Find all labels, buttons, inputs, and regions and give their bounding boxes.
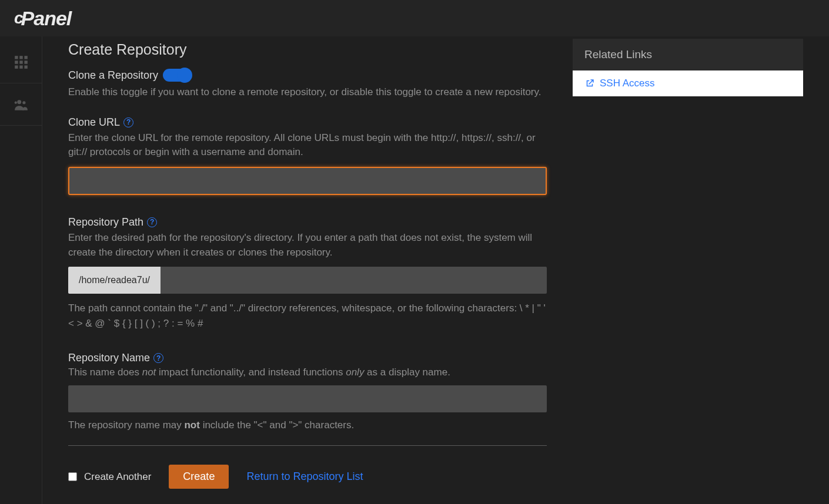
repo-path-prefix: /home/readea7u/ bbox=[68, 267, 161, 294]
svg-rect-5 bbox=[24, 61, 27, 63]
svg-rect-6 bbox=[15, 65, 18, 68]
repo-name-input[interactable] bbox=[68, 385, 547, 412]
repo-name-below: The repository name may not include the … bbox=[68, 419, 547, 431]
help-icon[interactable]: ? bbox=[123, 117, 133, 127]
clone-url-help: Enter the clone URL for the remote repos… bbox=[68, 131, 547, 160]
create-button[interactable]: Create bbox=[169, 465, 229, 489]
svg-rect-1 bbox=[19, 56, 22, 59]
external-link-icon bbox=[584, 78, 595, 89]
related-links-panel: Related Links SSH Access bbox=[573, 39, 803, 96]
clone-toggle-label: Clone a Repository bbox=[68, 69, 158, 82]
top-header: cPanel bbox=[0, 0, 829, 36]
repo-path-label: Repository Path bbox=[68, 216, 143, 229]
svg-point-11 bbox=[14, 101, 16, 103]
help-icon[interactable]: ? bbox=[147, 217, 157, 227]
svg-rect-8 bbox=[24, 65, 27, 68]
help-icon[interactable]: ? bbox=[153, 353, 163, 363]
svg-rect-4 bbox=[19, 61, 22, 63]
svg-rect-2 bbox=[24, 56, 27, 59]
ssh-access-link[interactable]: SSH Access bbox=[573, 70, 803, 96]
divider bbox=[68, 445, 547, 446]
repo-name-help: This name does not impact functionality,… bbox=[68, 367, 547, 378]
create-another-checkbox[interactable] bbox=[68, 472, 77, 481]
repo-path-group: /home/readea7u/ bbox=[68, 267, 547, 294]
svg-point-10 bbox=[22, 101, 25, 104]
return-link[interactable]: Return to Repository List bbox=[246, 471, 363, 483]
repo-path-below: The path cannot contain the "./" and "..… bbox=[68, 301, 547, 331]
clone-url-input[interactable] bbox=[68, 167, 547, 195]
left-nav bbox=[0, 36, 42, 504]
svg-rect-3 bbox=[15, 61, 18, 63]
repo-name-label: Repository Name bbox=[68, 352, 150, 364]
clone-toggle[interactable] bbox=[163, 69, 191, 82]
brand-logo: cPanel bbox=[14, 7, 71, 30]
svg-rect-7 bbox=[19, 65, 22, 68]
ssh-access-text: SSH Access bbox=[600, 78, 655, 89]
clone-url-label: Clone URL bbox=[68, 116, 120, 129]
related-links-header: Related Links bbox=[573, 39, 803, 70]
nav-apps-icon[interactable] bbox=[0, 41, 42, 83]
repo-path-help: Enter the desired path for the repositor… bbox=[68, 231, 547, 260]
svg-rect-0 bbox=[15, 56, 18, 59]
clone-toggle-help: Enable this toggle if you want to clone … bbox=[68, 85, 547, 100]
repo-path-input[interactable] bbox=[161, 267, 547, 294]
page-title: Create Repository bbox=[68, 41, 547, 58]
create-another-label[interactable]: Create Another bbox=[84, 471, 151, 483]
svg-point-9 bbox=[17, 100, 21, 104]
nav-users-icon[interactable] bbox=[0, 83, 42, 126]
